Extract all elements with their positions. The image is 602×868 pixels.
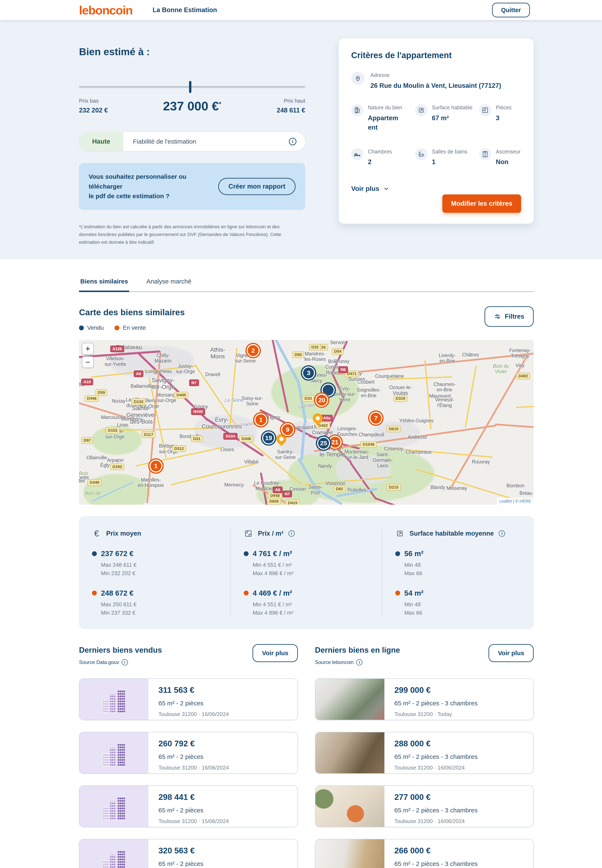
edit-criteria-button[interactable]: Modifier les critères	[442, 194, 521, 213]
plan-icon	[244, 529, 253, 538]
property-card-text: 266 000 €65 m² - 2 pièces - 3 chambresTo…	[384, 839, 478, 868]
map-town-label: Bombon	[507, 483, 524, 489]
road-badge: D449	[88, 479, 101, 486]
map-town-label: Ollainville	[86, 455, 107, 460]
stat-value: 4 469 € / m²	[253, 589, 292, 597]
map-marker-sale[interactable]: 7	[369, 412, 382, 425]
reliability-badge: Haute	[79, 132, 123, 151]
see-more-button[interactable]: Voir plus	[252, 644, 298, 662]
series-dot	[244, 551, 249, 556]
stat-minmax-line: Min 48	[404, 561, 521, 569]
map-marker-sold[interactable]: 3	[302, 366, 315, 379]
road-badge: D312	[172, 445, 186, 452]
stat-minmax-line: Min 237 332 €	[101, 608, 217, 617]
road-badge: D32	[309, 344, 321, 350]
series-dot	[244, 591, 249, 595]
zoom-in-button[interactable]: +	[82, 343, 94, 355]
map-town-label: Champdeuil	[358, 432, 384, 437]
map-marker-sold[interactable]: 19	[262, 432, 275, 444]
map-town-label: Morsang- sur-Orge	[157, 392, 177, 403]
road-badge: D133	[132, 398, 146, 405]
address-label: Adresse	[370, 72, 501, 78]
criteria-value: 1	[432, 157, 464, 167]
map-town-label: Marolles- en-Hurepoix	[138, 477, 164, 488]
property-card[interactable]: 277 000 €65 m² - 2 pièces - 3 chambresTo…	[315, 785, 534, 827]
map-town-label: Juvisy- sur-Orge	[176, 363, 195, 374]
leboncoin-logo[interactable]: leboncoin	[79, 3, 132, 17]
property-card[interactable]: 298 441 €65 m² - 2 piècesToulouse 31200 …	[79, 785, 298, 827]
stat-minmax: Min 4 551 € / m²Max 4 896 € / m²	[253, 561, 369, 578]
stat-value-row: 56 m²	[395, 549, 521, 558]
slider-handle[interactable]	[189, 81, 192, 93]
criteria-label: Chambres	[368, 148, 392, 155]
map-marker-sale[interactable]: 21	[329, 436, 342, 449]
map-town-label: Saint- Germain- Laxis	[373, 452, 393, 469]
map-town-label: Montereau- sur-le-Jard	[344, 449, 369, 460]
legend-label: Vendu	[87, 324, 104, 331]
stat-value-row: 54 m²	[395, 589, 521, 597]
map-marker-sale[interactable]: 9	[281, 423, 294, 436]
road-badge: D415	[286, 500, 300, 505]
bath-icon	[415, 148, 427, 160]
map-town-label: Coubert	[358, 379, 375, 385]
info-icon[interactable]: i	[356, 659, 362, 665]
stat-head: €Prix moyen	[92, 529, 217, 538]
info-icon[interactable]: i	[499, 530, 505, 537]
property-price: 298 441 €	[158, 793, 229, 802]
stat-column-surface-habitable-moyenne: Surface habitable moyennei56 m²Min 48Max…	[382, 529, 534, 617]
legend-dot	[79, 326, 84, 330]
property-card-text: 299 000 €65 m² - 2 pièces - 3 chambresTo…	[384, 679, 478, 720]
market-stats: €Prix moyen237 672 €Max 248 611 €Min 232…	[79, 516, 534, 629]
property-card[interactable]: 311 563 €65 m² - 2 piècesToulouse 31200 …	[79, 678, 298, 720]
property-card[interactable]: 320 563 €65 m² - 2 piècesToulouse 31200 …	[79, 839, 298, 868]
estimation-title: Bien estimé à :	[79, 46, 305, 57]
property-card-text: 298 441 €65 m² - 2 piècesToulouse 31200 …	[148, 786, 229, 827]
tab-biens-similaires[interactable]: Biens similaires	[79, 278, 129, 291]
property-card[interactable]: 299 000 €65 m² - 2 pièces - 3 chambresTo…	[315, 678, 534, 720]
map-marker-sale[interactable]: 1	[149, 459, 163, 472]
create-report-button[interactable]: Créer mon rapport	[218, 178, 296, 195]
map-title: Carte des biens similaires	[79, 307, 534, 317]
see-more-button[interactable]: Voir plus	[488, 644, 534, 662]
card-list: 299 000 €65 m² - 2 pièces - 3 chambresTo…	[315, 678, 534, 868]
property-details: 65 m² - 2 pièces	[158, 807, 229, 814]
building-towers-icon	[103, 743, 125, 767]
map-attribution[interactable]: Leaflet | © HERE	[497, 498, 534, 505]
info-icon[interactable]: i	[122, 659, 128, 665]
map-town-label: Nandy	[318, 463, 332, 469]
property-meta: Toulouse 31200 · Today	[395, 711, 478, 717]
rooms-icon	[479, 104, 491, 116]
road-badge: D1036	[360, 441, 377, 448]
see-more-link[interactable]: Voir plus	[351, 185, 521, 192]
stat-title: Surface habitable moyenne	[410, 530, 494, 537]
road-badge: D54	[332, 348, 344, 355]
road-badge: D50	[292, 352, 304, 358]
address-row: Adresse 26 Rue du Moulin à Vent, Lieusai…	[351, 72, 521, 90]
report-banner: Vous souhaitez personnaliser ou téléchar…	[79, 163, 305, 210]
map-pin-icon	[351, 72, 364, 85]
property-meta: Toulouse 31200 · 16/06/2024	[395, 818, 478, 825]
property-card[interactable]: 266 000 €65 m² - 2 pièces - 3 chambresTo…	[315, 839, 534, 868]
elevator-icon	[479, 148, 491, 160]
criteria-value: Appartement	[368, 114, 400, 132]
map-marker-sale[interactable]: 20	[315, 394, 328, 407]
property-card[interactable]: 260 792 €65 m² - 2 piècesToulouse 31200 …	[79, 732, 298, 774]
zoom-out-button[interactable]: −	[82, 356, 94, 368]
property-meta: Toulouse 31200 · 16/06/2024	[158, 711, 229, 717]
info-icon[interactable]: i	[289, 138, 296, 145]
info-icon[interactable]: i	[289, 530, 295, 537]
criteria-item-salles-de-bains: Salles de bains1	[415, 148, 476, 167]
price-range-slider[interactable]	[79, 81, 305, 93]
similar-properties-map[interactable]: + − Leaflet | © HERE PalaiseauVillebon- …	[79, 340, 534, 505]
tab-analyse-marche[interactable]: Analyse marché	[145, 278, 192, 291]
filters-button[interactable]: Filtres	[485, 306, 534, 327]
property-card[interactable]: 288 000 €65 m² - 2 pièces - 3 chambresTo…	[315, 732, 534, 774]
map-marker-sale[interactable]: 1	[254, 413, 267, 426]
road-badge: D153	[106, 427, 120, 434]
map-town-label: Saintry- sur-Seine	[275, 449, 296, 460]
quit-button[interactable]: Quitter	[492, 3, 530, 17]
map-marker-sale[interactable]: 2	[247, 344, 260, 357]
euro-icon: €	[92, 529, 101, 538]
property-card-text: 311 563 €65 m² - 2 piècesToulouse 31200 …	[148, 679, 229, 720]
map-marker-sold[interactable]: 25	[317, 437, 330, 450]
